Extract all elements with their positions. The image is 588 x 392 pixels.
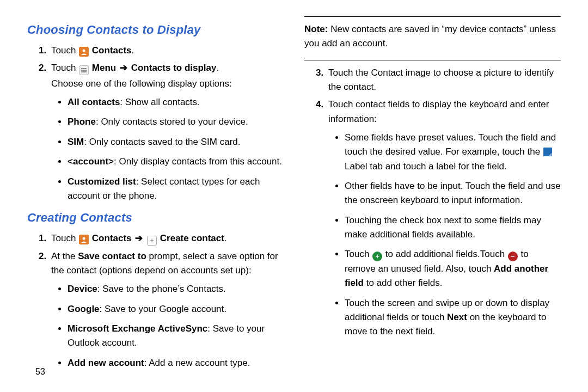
list-item: Touch + to add additional fields.Touch −… xyxy=(345,247,561,290)
creating-step-4: Touch contact fields to display the keyb… xyxy=(326,97,561,339)
left-column: Choosing Contacts to Display Touch Conta… xyxy=(27,16,284,381)
creating-step-3: Touch the Contact image to choose a pict… xyxy=(326,66,561,95)
list-item: Phone: Only contacts stored to your devi… xyxy=(68,115,284,129)
menu-icon xyxy=(79,65,89,75)
list-item: Microsoft Exchange ActiveSync: Save to y… xyxy=(68,322,284,351)
list-item: Touch the screen and swipe up or down to… xyxy=(345,296,561,339)
creating-step-1: Touch Contacts ➔ + Create contact. xyxy=(49,231,284,246)
note-rule-bottom xyxy=(304,60,561,60)
list-item: Some fields have preset values. Touch th… xyxy=(345,131,561,174)
add-circle-icon: + xyxy=(372,252,382,261)
save-options-list: Device: Save to the phone’s Contacts. Go… xyxy=(51,282,284,370)
choosing-steps-list: Touch Contacts. Touch Menu ➔ Contacts to… xyxy=(27,44,284,203)
svg-point-0 xyxy=(83,50,85,52)
svg-point-1 xyxy=(83,237,85,240)
list-item: Device: Save to the phone’s Contacts. xyxy=(68,282,284,296)
creating-steps-list: Touch Contacts ➔ + Create contact. At th… xyxy=(27,231,284,370)
contacts-icon xyxy=(79,47,89,57)
list-item: Touching the check box next to some fiel… xyxy=(345,213,561,242)
heading-creating-contacts: Creating Contacts xyxy=(27,209,284,227)
choosing-step-1: Touch Contacts. xyxy=(49,44,284,58)
list-item: <account>: Only display contacts from th… xyxy=(68,155,284,169)
page-number: 53 xyxy=(35,367,45,377)
label-tab-icon xyxy=(543,148,552,156)
display-options-list: All contacts: Show all contacts. Phone: … xyxy=(51,95,284,203)
creating-steps-cont-list: Touch the Contact image to choose a pict… xyxy=(304,66,561,339)
arrow-icon: ➔ xyxy=(135,233,143,243)
creating-step-2: At the Save contact to prompt, select a … xyxy=(49,249,284,370)
right-column: Note: New contacts are saved in “my devi… xyxy=(304,16,561,381)
choose-intro: Choose one of the following display opti… xyxy=(51,77,284,91)
remove-circle-icon: − xyxy=(508,252,518,261)
list-item: Customized list: Select contact types fo… xyxy=(68,175,284,204)
list-item: SIM: Only contacts saved to the SIM card… xyxy=(68,135,284,149)
choosing-step-2: Touch Menu ➔ Contacts to display. Choose… xyxy=(49,61,284,203)
arrow-icon: ➔ xyxy=(120,63,127,73)
field-info-list: Some fields have preset values. Touch th… xyxy=(328,131,561,339)
plus-icon: + xyxy=(147,236,157,246)
list-item: Other fields have to be input. Touch the… xyxy=(345,179,561,208)
manual-page: Choosing Contacts to Display Touch Conta… xyxy=(0,0,588,392)
list-item: Google: Save to your Google account. xyxy=(68,302,284,316)
heading-choosing-contacts: Choosing Contacts to Display xyxy=(27,21,284,39)
list-item: All contacts: Show all contacts. xyxy=(68,95,284,109)
note-block: Note: New contacts are saved in “my devi… xyxy=(304,20,561,57)
contacts-icon xyxy=(79,235,89,244)
note-rule-top xyxy=(304,16,561,17)
list-item: Add new account: Add a new account type. xyxy=(68,356,284,370)
